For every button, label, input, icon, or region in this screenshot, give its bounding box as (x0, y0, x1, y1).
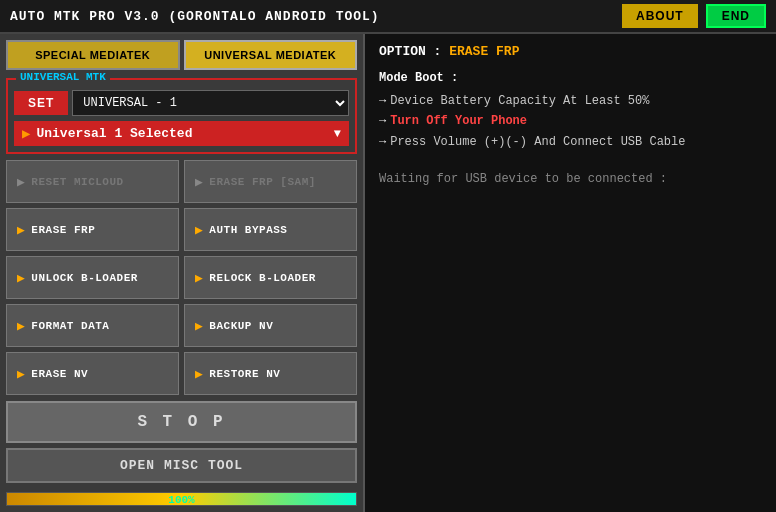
about-button[interactable]: ABOUT (622, 4, 698, 28)
erase-frp-sam-arrow-icon: ▶ (195, 174, 203, 190)
title-buttons: ABOUT END (622, 4, 766, 28)
selected-arrow-icon: ▶ (22, 125, 30, 142)
open-misc-tool-button[interactable]: OPEN MISC TOOL (6, 448, 357, 483)
mode-line-2: → Turn Off Your Phone (379, 111, 762, 131)
mode-text-1: Device Battery Capacity At Least 50% (390, 91, 649, 111)
auth-bypass-arrow-icon: ▶ (195, 222, 203, 238)
selected-label: Universal 1 Selected (36, 126, 327, 141)
auth-bypass-button[interactable]: ▶ AUTH BYPASS (184, 208, 357, 251)
erase-nv-arrow-icon: ▶ (17, 366, 25, 382)
mode-line-1: → Device Battery Capacity At Least 50% (379, 91, 762, 111)
mode-arrow-1: → (379, 91, 386, 111)
left-panel: SPECIAL MEDIATEK UNIVERSAL MEDIATEK UNIV… (0, 34, 365, 512)
mode-text-3: Press Volume (+)(-) And Connect USB Cabl… (390, 132, 685, 152)
backup-nv-button[interactable]: ▶ BACKUP NV (184, 304, 357, 347)
title-bar: AUTO MTK PRO V3.0 (GORONTALO ANDROID TOO… (0, 0, 776, 34)
universal-mtk-label: UNIVERSAL MTK (16, 71, 110, 83)
option-prefix: OPTION : (379, 44, 449, 59)
format-data-arrow-icon: ▶ (17, 318, 25, 334)
restore-nv-button[interactable]: ▶ RESTORE NV (184, 352, 357, 395)
erase-nv-button[interactable]: ▶ ERASE NV (6, 352, 179, 395)
progress-label: 100% (7, 493, 356, 506)
relock-bloader-arrow-icon: ▶ (195, 270, 203, 286)
relock-bloader-button[interactable]: ▶ RELOCK B-LOADER (184, 256, 357, 299)
unlock-bloader-button[interactable]: ▶ UNLOCK B-LOADER (6, 256, 179, 299)
backup-nv-arrow-icon: ▶ (195, 318, 203, 334)
erase-frp-sam-button[interactable]: ▶ ERASE FRP [SAM] (184, 160, 357, 203)
action-grid: ▶ RESET MICLOUD ▶ ERASE FRP [SAM] ▶ ERAS… (6, 160, 357, 395)
app-title: AUTO MTK PRO V3.0 (GORONTALO ANDROID TOO… (10, 9, 380, 24)
restore-nv-arrow-icon: ▶ (195, 366, 203, 382)
main-layout: SPECIAL MEDIATEK UNIVERSAL MEDIATEK UNIV… (0, 34, 776, 512)
erase-frp-button[interactable]: ▶ ERASE FRP (6, 208, 179, 251)
progress-bar: 100% (6, 492, 357, 506)
stop-button[interactable]: S T O P (6, 401, 357, 443)
tab-universal-mediatek[interactable]: UNIVERSAL MEDIATEK (184, 40, 358, 70)
waiting-label: Waiting for USB device to be connected : (379, 172, 667, 186)
unlock-bloader-arrow-icon: ▶ (17, 270, 25, 286)
set-row: SET UNIVERSAL - 1 (14, 90, 349, 116)
reset-micloud-button[interactable]: ▶ RESET MICLOUD (6, 160, 179, 203)
progress-area: 100% (6, 488, 357, 506)
format-data-button[interactable]: ▶ FORMAT DATA (6, 304, 179, 347)
set-button[interactable]: SET (14, 91, 68, 115)
selected-dropdown-arrow-icon: ▼ (334, 127, 341, 141)
mode-arrow-2: → (379, 111, 386, 131)
waiting-text: Waiting for USB device to be connected : (379, 172, 762, 186)
universal-mtk-box: UNIVERSAL MTK SET UNIVERSAL - 1 ▶ Univer… (6, 78, 357, 154)
erase-frp-arrow-icon: ▶ (17, 222, 25, 238)
mode-line-3: → Press Volume (+)(-) And Connect USB Ca… (379, 132, 762, 152)
mode-text-2: Turn Off Your Phone (390, 111, 527, 131)
tab-buttons: SPECIAL MEDIATEK UNIVERSAL MEDIATEK (6, 40, 357, 70)
tab-special-mediatek[interactable]: SPECIAL MEDIATEK (6, 40, 180, 70)
mode-boot-section: Mode Boot : → Device Battery Capacity At… (379, 71, 762, 152)
mode-arrow-3: → (379, 132, 386, 152)
selected-row[interactable]: ▶ Universal 1 Selected ▼ (14, 121, 349, 146)
reset-micloud-arrow-icon: ▶ (17, 174, 25, 190)
option-header: OPTION : ERASE FRP (379, 44, 762, 59)
end-button[interactable]: END (706, 4, 766, 28)
universal-select[interactable]: UNIVERSAL - 1 (72, 90, 349, 116)
right-panel: OPTION : ERASE FRP Mode Boot : → Device … (365, 34, 776, 512)
mode-boot-title: Mode Boot : (379, 71, 762, 85)
option-value: ERASE FRP (449, 44, 519, 59)
